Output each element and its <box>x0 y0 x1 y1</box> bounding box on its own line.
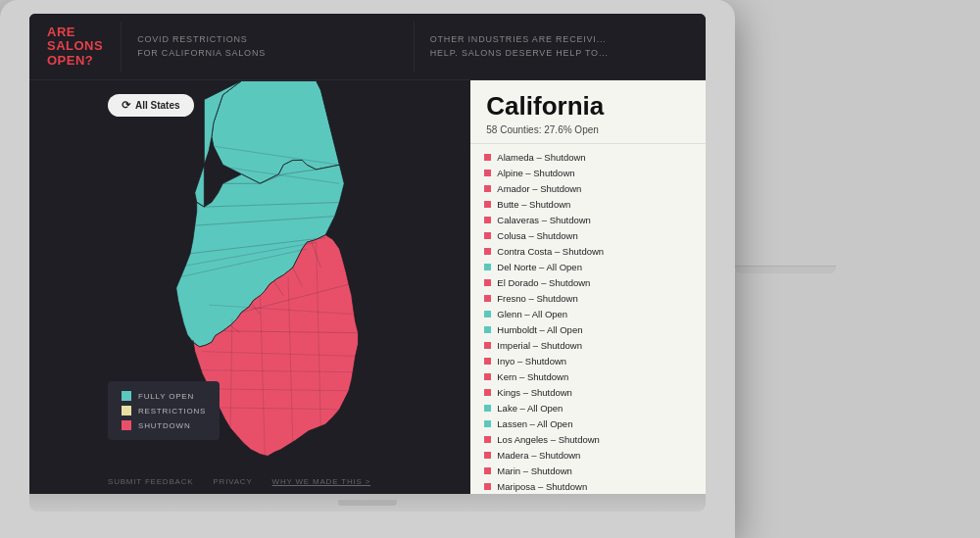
county-status-dot <box>484 420 491 427</box>
county-item[interactable]: Colusa – Shutdown <box>470 228 706 244</box>
county-status-dot <box>484 217 491 223</box>
county-status-dot <box>484 467 491 474</box>
county-status-dot <box>484 326 491 333</box>
county-item[interactable]: Amador – Shutdown <box>470 181 706 197</box>
legend-label-restrictions: RESTRICTIONS <box>138 407 206 416</box>
county-item[interactable]: Mariposa – Shutdown <box>470 479 706 494</box>
legend-item-open: FULLY OPEN <box>122 391 206 401</box>
county-item[interactable]: Kern – Shutdown <box>470 369 706 385</box>
county-item[interactable]: Imperial – Shutdown <box>470 338 706 354</box>
county-item[interactable]: Marin – Shutdown <box>470 464 706 479</box>
county-item[interactable]: Del Norte – All Open <box>470 260 706 275</box>
state-title: California <box>486 92 690 121</box>
refresh-icon: ⟳ <box>122 99 130 112</box>
legend-label-shutdown: SHUTDOWN <box>138 421 191 430</box>
footer: SUBMIT FEEDBACK PRIVACY WHY WE MADE THIS… <box>108 477 370 486</box>
submit-feedback-link[interactable]: SUBMIT FEEDBACK <box>108 477 193 486</box>
state-subtitle: 58 Counties: 27.6% Open <box>486 124 690 135</box>
county-status-dot <box>484 264 491 270</box>
county-name-label: Marin – Shutdown <box>497 465 572 476</box>
county-name-label: Contra Costa – Shutdown <box>497 246 604 257</box>
county-name-label: Kern – Shutdown <box>497 371 568 382</box>
legend-color-shutdown <box>122 420 131 430</box>
county-name-label: Inyo – Shutdown <box>497 356 566 367</box>
county-status-dot <box>484 389 491 396</box>
county-status-dot <box>484 185 491 192</box>
laptop-outer: ARESALONSOPEN? COVID RESTRICTIONSFOR CAL… <box>0 0 735 538</box>
county-status-dot <box>484 279 491 286</box>
county-name-label: Alpine – Shutdown <box>497 168 574 178</box>
county-status-dot <box>484 170 491 176</box>
privacy-link[interactable]: PRIVACY <box>213 477 252 486</box>
county-name-label: Calaveras – Shutdown <box>497 215 591 225</box>
county-status-dot <box>484 248 491 255</box>
county-item[interactable]: Alpine – Shutdown <box>470 166 706 181</box>
county-status-dot <box>484 483 491 490</box>
county-name-label: Fresno – Shutdown <box>497 293 577 304</box>
legend: FULLY OPEN RESTRICTIONS SHUTDOWN <box>108 381 220 440</box>
county-list[interactable]: Alameda – ShutdownAlpine – ShutdownAmado… <box>470 144 706 494</box>
county-name-label: Madera – Shutdown <box>497 450 580 461</box>
county-status-dot <box>484 405 491 412</box>
county-status-dot <box>484 232 491 239</box>
county-item[interactable]: Contra Costa – Shutdown <box>470 244 706 260</box>
county-status-dot <box>484 373 491 380</box>
county-name-label: Lake – All Open <box>497 403 563 414</box>
header: ARESALONSOPEN? COVID RESTRICTIONSFOR CAL… <box>29 14 706 80</box>
map-area: ⟳ All States <box>29 80 470 494</box>
county-item[interactable]: Alameda – Shutdown <box>470 150 706 166</box>
county-item[interactable]: Madera – Shutdown <box>470 448 706 464</box>
county-name-label: Colusa – Shutdown <box>497 230 577 241</box>
county-status-dot <box>484 436 491 443</box>
county-name-label: Lassen – All Open <box>497 418 572 429</box>
county-name-label: Alameda – Shutdown <box>497 152 585 163</box>
county-item[interactable]: Calaveras – Shutdown <box>470 213 706 228</box>
legend-color-open <box>122 391 131 401</box>
laptop-stand <box>735 266 836 273</box>
laptop-screen: ARESALONSOPEN? COVID RESTRICTIONSFOR CAL… <box>29 14 706 494</box>
legend-label-open: FULLY OPEN <box>138 392 194 401</box>
county-name-label: Butte – Shutdown <box>497 199 570 210</box>
county-item[interactable]: El Dorado – Shutdown <box>470 275 706 291</box>
laptop-notch <box>338 500 397 506</box>
county-status-dot <box>484 154 491 161</box>
county-item[interactable]: Kings – Shutdown <box>470 385 706 401</box>
county-name-label: Los Angeles – Shutdown <box>497 434 600 445</box>
county-name-label: Imperial – Shutdown <box>497 340 582 351</box>
county-status-dot <box>484 358 491 365</box>
county-name-label: Kings – Shutdown <box>497 387 572 398</box>
legend-color-restrictions <box>122 406 131 416</box>
county-name-label: Humboldt – All Open <box>497 324 582 335</box>
logo-text: ARESALONSOPEN? <box>47 25 103 68</box>
header-message-right: OTHER INDUSTRIES ARE RECEIVI...HELP. SAL… <box>415 14 707 79</box>
county-item[interactable]: Glenn – All Open <box>470 307 706 322</box>
right-panel: California 58 Counties: 27.6% Open Alame… <box>470 80 706 494</box>
right-panel-header: California 58 Counties: 27.6% Open <box>470 80 706 144</box>
why-we-made-this-link[interactable]: WHY WE MADE THIS > <box>272 477 371 486</box>
county-name-label: Glenn – All Open <box>497 309 567 319</box>
all-states-button[interactable]: ⟳ All States <box>108 94 194 117</box>
county-item[interactable]: Lassen – All Open <box>470 416 706 432</box>
county-item[interactable]: Lake – All Open <box>470 401 706 416</box>
header-logo: ARESALONSOPEN? <box>29 14 121 79</box>
app-container: ARESALONSOPEN? COVID RESTRICTIONSFOR CAL… <box>29 14 706 494</box>
laptop-base <box>29 494 706 512</box>
county-status-dot <box>484 342 491 349</box>
header-message-left: COVID RESTRICTIONSFOR CALIFORNIA SALONS <box>122 14 414 79</box>
legend-item-shutdown: SHUTDOWN <box>122 420 206 430</box>
county-status-dot <box>484 295 491 302</box>
county-item[interactable]: Butte – Shutdown <box>470 197 706 213</box>
county-item[interactable]: Inyo – Shutdown <box>470 354 706 369</box>
header-message-text-left: COVID RESTRICTIONSFOR CALIFORNIA SALONS <box>137 33 266 60</box>
main-content: ⟳ All States <box>29 80 706 494</box>
county-name-label: Mariposa – Shutdown <box>497 481 587 492</box>
county-name-label: Del Norte – All Open <box>497 262 582 272</box>
county-status-dot <box>484 311 491 318</box>
header-message-text-right: OTHER INDUSTRIES ARE RECEIVI...HELP. SAL… <box>430 33 609 60</box>
all-states-label: All States <box>135 100 180 111</box>
county-item[interactable]: Los Angeles – Shutdown <box>470 432 706 448</box>
county-status-dot <box>484 201 491 208</box>
county-item[interactable]: Humboldt – All Open <box>470 322 706 338</box>
county-name-label: Amador – Shutdown <box>497 183 581 194</box>
county-item[interactable]: Fresno – Shutdown <box>470 291 706 307</box>
